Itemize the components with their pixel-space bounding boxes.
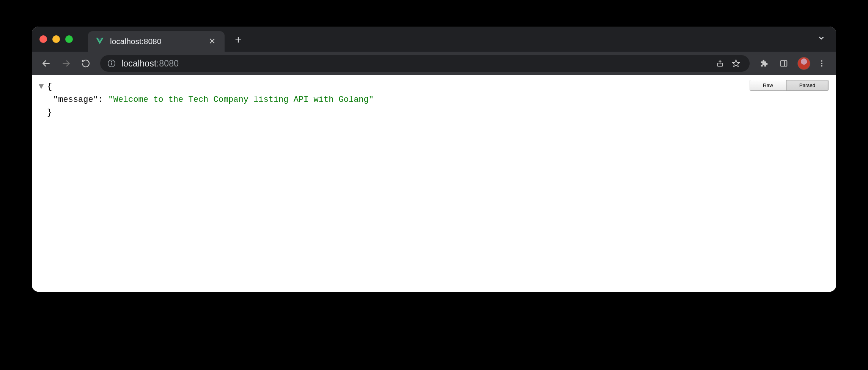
omnibox-actions xyxy=(713,57,743,70)
svg-point-12 xyxy=(821,63,822,64)
raw-mode-button[interactable]: Raw xyxy=(750,80,786,90)
profile-avatar[interactable] xyxy=(797,57,810,70)
forward-button[interactable] xyxy=(58,55,74,72)
json-colon: : xyxy=(98,95,103,104)
tree-indent-guide xyxy=(43,95,43,104)
tab-title: localhost:8080 xyxy=(110,37,202,46)
svg-point-13 xyxy=(821,65,822,67)
json-open-brace: { xyxy=(47,82,52,92)
json-close-brace: } xyxy=(47,108,52,117)
back-button[interactable] xyxy=(38,55,55,72)
json-key: "message" xyxy=(53,95,98,104)
json-string-value: "Welcome to the Tech Company listing API… xyxy=(108,95,374,104)
toolbar: localhost:8080 xyxy=(32,52,836,75)
page-content: Raw Parsed ▼{ "message": "Welcome to the… xyxy=(32,75,836,292)
url-text: localhost:8080 xyxy=(121,59,179,69)
share-icon[interactable] xyxy=(713,57,727,70)
close-tab-icon[interactable]: ✕ xyxy=(207,35,217,48)
address-bar[interactable]: localhost:8080 xyxy=(100,55,750,72)
bookmark-star-icon[interactable] xyxy=(729,57,743,70)
side-panel-icon[interactable] xyxy=(775,55,792,72)
svg-marker-8 xyxy=(733,60,739,66)
browser-window: localhost:8080 ✕ + localhost:8080 xyxy=(32,27,836,292)
extensions-icon[interactable] xyxy=(756,55,772,72)
browser-tab[interactable]: localhost:8080 ✕ xyxy=(88,31,225,52)
svg-rect-9 xyxy=(781,61,787,66)
fullscreen-window-button[interactable] xyxy=(65,35,73,43)
url-host: localhost xyxy=(121,59,157,68)
collapse-toggle-icon[interactable]: ▼ xyxy=(39,81,46,93)
window-controls xyxy=(39,35,73,43)
site-info-icon[interactable] xyxy=(107,59,116,68)
svg-point-6 xyxy=(111,61,112,62)
svg-point-11 xyxy=(821,60,822,62)
new-tab-button[interactable]: + xyxy=(231,33,245,47)
minimize-window-button[interactable] xyxy=(52,35,60,43)
view-mode-toggle: Raw Parsed xyxy=(750,80,829,91)
reload-button[interactable] xyxy=(77,55,94,72)
json-viewer: ▼{ "message": "Welcome to the Tech Compa… xyxy=(39,81,829,119)
tab-strip: localhost:8080 ✕ + xyxy=(32,27,836,52)
kebab-menu-icon[interactable] xyxy=(813,55,830,72)
url-port: :8080 xyxy=(157,59,179,68)
tab-chevron-down-icon[interactable] xyxy=(817,34,826,44)
vue-favicon-icon xyxy=(95,36,105,46)
parsed-mode-button[interactable]: Parsed xyxy=(786,80,828,90)
close-window-button[interactable] xyxy=(39,35,47,43)
